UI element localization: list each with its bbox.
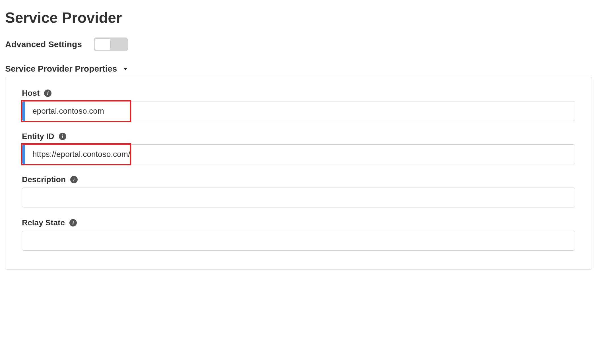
description-input-wrapper (22, 188, 575, 207)
advanced-settings-row: Advanced Settings (5, 38, 592, 51)
field-group-relay-state: Relay State i (22, 218, 575, 251)
info-icon[interactable]: i (69, 219, 77, 226)
field-label-row-relay-state: Relay State i (22, 218, 575, 227)
entity-id-label: Entity ID (22, 132, 54, 141)
relay-state-label: Relay State (22, 218, 65, 227)
info-icon[interactable]: i (44, 90, 51, 97)
chevron-down-icon (122, 66, 129, 72)
host-input-wrapper (22, 101, 575, 121)
host-input[interactable] (22, 101, 575, 121)
field-label-row-description: Description i (22, 175, 575, 184)
info-icon[interactable]: i (70, 176, 78, 183)
section-header-service-provider-properties[interactable]: Service Provider Properties (5, 64, 592, 74)
advanced-settings-toggle[interactable] (94, 38, 128, 51)
field-label-row-host: Host i (22, 89, 575, 98)
relay-state-input[interactable] (22, 231, 575, 251)
host-label: Host (22, 89, 40, 98)
section-header-label: Service Provider Properties (5, 64, 117, 74)
description-label: Description (22, 175, 66, 184)
field-group-description: Description i (22, 175, 575, 207)
description-input[interactable] (22, 188, 575, 207)
field-label-row-entity-id: Entity ID i (22, 132, 575, 141)
properties-panel: Host i Entity ID i Description i R (5, 77, 592, 270)
field-group-host: Host i (22, 89, 575, 121)
field-group-entity-id: Entity ID i (22, 132, 575, 164)
page-title: Service Provider (5, 9, 592, 26)
info-icon[interactable]: i (59, 133, 66, 140)
advanced-settings-label: Advanced Settings (5, 39, 82, 49)
toggle-thumb (95, 38, 111, 50)
entity-id-input[interactable] (22, 144, 575, 164)
entity-id-input-wrapper (22, 144, 575, 164)
relay-state-input-wrapper (22, 231, 575, 251)
